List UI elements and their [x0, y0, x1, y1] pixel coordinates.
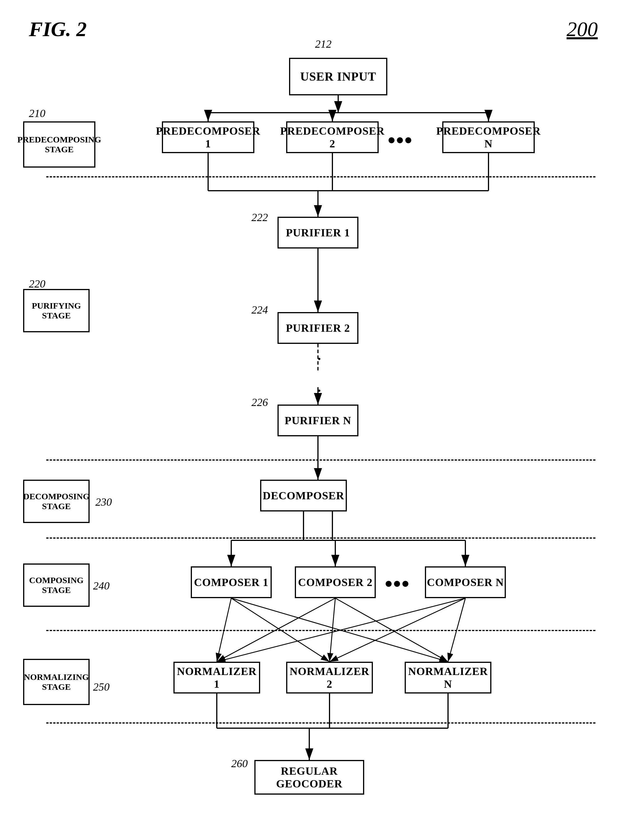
- figure-number: 200: [567, 17, 598, 41]
- purifier2-box: PURIFIER 2: [277, 312, 358, 344]
- predecomposerN-box: PREDECOMPOSER N: [442, 122, 535, 153]
- decomposer-box: DECOMPOSER: [260, 480, 347, 512]
- ref-212: 212: [315, 37, 331, 50]
- dashed-line-3: [46, 537, 596, 538]
- normalizing-stage-box: NORMALIZING STAGE: [23, 659, 90, 705]
- user-input-box: USER INPUT: [289, 58, 387, 95]
- purifierN-box: PURIFIER N: [277, 404, 358, 436]
- composing-stage-box: COMPOSING STAGE: [23, 563, 90, 607]
- predecomposer1-box: PREDECOMPOSER 1: [162, 122, 254, 153]
- predecomposer2-box: PREDECOMPOSER 2: [286, 122, 379, 153]
- predecomposer-dots: ●●●: [387, 131, 413, 147]
- normalizer2-box: NORMALIZER 2: [286, 662, 373, 693]
- dashed-line-4: [46, 630, 596, 631]
- ref-250: 250: [93, 680, 109, 693]
- composer-dots: ●●●: [385, 575, 410, 591]
- page: FIG. 2 200 212 USER INPUT 210 PREDECOMPO…: [0, 0, 644, 827]
- ref-210: 210: [29, 107, 45, 120]
- decomposing-stage-box: DECOMPOSING STAGE: [23, 480, 90, 523]
- dashed-line-2: [46, 459, 596, 460]
- ref-260: 260: [231, 757, 248, 770]
- composer1-box: COMPOSER 1: [191, 566, 272, 598]
- dashed-line-1: [46, 176, 596, 178]
- ref-222: 222: [252, 211, 268, 224]
- figure-label: FIG. 2: [29, 17, 87, 41]
- normalizerN-box: NORMALIZER N: [405, 662, 491, 693]
- ref-240: 240: [93, 579, 109, 592]
- ref-224: 224: [252, 303, 268, 316]
- ref-230: 230: [95, 496, 112, 508]
- composerN-box: COMPOSER N: [425, 566, 506, 598]
- purifying-stage-box: PURIFYING STAGE: [23, 289, 90, 332]
- composer2-box: COMPOSER 2: [295, 566, 376, 598]
- dashed-line-5: [46, 722, 596, 724]
- purifier1-box: PURIFIER 1: [277, 217, 358, 248]
- ref-220: 220: [29, 278, 45, 290]
- predecomposing-stage-box: PREDECOMPOSING STAGE: [23, 122, 95, 168]
- ref-226: 226: [252, 396, 268, 409]
- regular-geocoder-box: REGULAR GEOCODER: [254, 760, 364, 795]
- normalizer1-box: NORMALIZER 1: [174, 662, 260, 693]
